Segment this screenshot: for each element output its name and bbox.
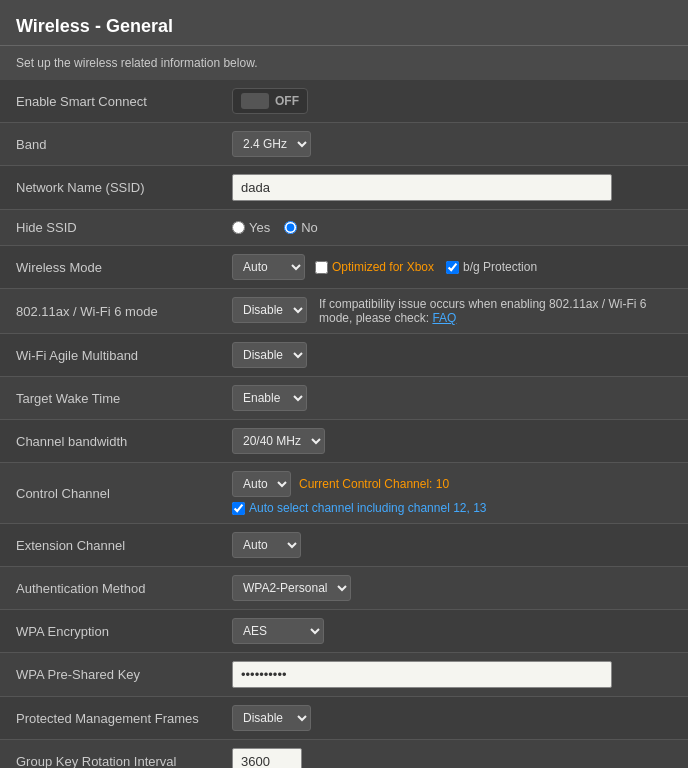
extension-channel-select[interactable]: Auto Above Below (232, 532, 301, 558)
page-title: Wireless - General (0, 0, 688, 46)
group-key-label: Group Key Rotation Interval (0, 740, 220, 769)
auto-select-channel-checkbox[interactable] (232, 502, 245, 515)
optimized-xbox-label: Optimized for Xbox (332, 260, 434, 274)
target-wake-label: Target Wake Time (0, 377, 220, 420)
wireless-mode-label: Wireless Mode (0, 246, 220, 289)
table-row: Extension Channel Auto Above Below (0, 524, 688, 567)
control-channel-label: Control Channel (0, 463, 220, 524)
auto-select-channel-label: Auto select channel including channel 12… (249, 501, 487, 515)
enable-smart-connect-label: Enable Smart Connect (0, 80, 220, 123)
table-row: 802.11ax / Wi-Fi 6 mode Disable Enable I… (0, 289, 688, 334)
group-key-input[interactable] (232, 748, 302, 768)
table-row: Protected Management Frames Disable Enab… (0, 697, 688, 740)
table-row: Control Channel Auto 1 6 11 Current Cont… (0, 463, 688, 524)
extension-channel-control: Auto Above Below (220, 524, 688, 567)
table-row: Authentication Method WPA2-Personal WPA-… (0, 567, 688, 610)
target-wake-control: Enable Disable (220, 377, 688, 420)
wifi6-label: 802.11ax / Wi-Fi 6 mode (0, 289, 220, 334)
settings-table: Enable Smart Connect OFF Band 2.4 GHz 5 … (0, 80, 688, 768)
current-channel-info: Current Control Channel: 10 (299, 477, 449, 491)
optimized-xbox-option[interactable]: Optimized for Xbox (315, 260, 434, 274)
group-key-control (220, 740, 688, 769)
control-channel-row: Auto 1 6 11 Current Control Channel: 10 … (232, 471, 676, 515)
band-select[interactable]: 2.4 GHz 5 GHz 6 GHz (232, 131, 311, 157)
target-wake-select[interactable]: Enable Disable (232, 385, 307, 411)
pmf-select[interactable]: Disable Enable Capable (232, 705, 311, 731)
bg-protection-option[interactable]: b/g Protection (446, 260, 537, 274)
table-row: Enable Smart Connect OFF (0, 80, 688, 123)
auth-method-control: WPA2-Personal WPA-Personal WPA3-Personal… (220, 567, 688, 610)
wpa-encryption-label: WPA Encryption (0, 610, 220, 653)
hide-ssid-radio-group: Yes No (232, 220, 676, 235)
band-label: Band (0, 123, 220, 166)
control-channel-select[interactable]: Auto 1 6 11 (232, 471, 291, 497)
wifi6-select[interactable]: Disable Enable (232, 297, 307, 323)
wireless-mode-row: Auto N Only Legacy Optimized for Xbox b/… (232, 254, 676, 280)
hide-ssid-yes-option[interactable]: Yes (232, 220, 270, 235)
ssid-input[interactable] (232, 174, 612, 201)
bg-protection-checkbox[interactable] (446, 261, 459, 274)
ssid-label: Network Name (SSID) (0, 166, 220, 210)
channel-sub-row: Auto select channel including channel 12… (232, 501, 676, 515)
table-row: Wireless Mode Auto N Only Legacy Optimiz… (0, 246, 688, 289)
band-control: 2.4 GHz 5 GHz 6 GHz (220, 123, 688, 166)
pmf-control: Disable Enable Capable (220, 697, 688, 740)
wpa-key-input[interactable] (232, 661, 612, 688)
wifi-agile-control: Disable Enable (220, 334, 688, 377)
auth-method-label: Authentication Method (0, 567, 220, 610)
channel-bandwidth-control: 20/40 MHz 20 MHz 40 MHz (220, 420, 688, 463)
table-row: WPA Pre-Shared Key (0, 653, 688, 697)
smart-connect-toggle[interactable]: OFF (232, 88, 308, 114)
optimized-xbox-checkbox[interactable] (315, 261, 328, 274)
channel-bandwidth-label: Channel bandwidth (0, 420, 220, 463)
wifi6-info: If compatibility issue occurs when enabl… (319, 297, 669, 325)
hide-ssid-no-label: No (301, 220, 318, 235)
page-container: Wireless - General Set up the wireless r… (0, 0, 688, 768)
control-channel-top: Auto 1 6 11 Current Control Channel: 10 (232, 471, 676, 497)
wifi6-info-text: If compatibility issue occurs when enabl… (319, 297, 647, 325)
channel-bandwidth-select[interactable]: 20/40 MHz 20 MHz 40 MHz (232, 428, 325, 454)
table-row: Hide SSID Yes No (0, 210, 688, 246)
wireless-mode-checkboxes: Optimized for Xbox b/g Protection (315, 260, 537, 274)
wireless-mode-select[interactable]: Auto N Only Legacy (232, 254, 305, 280)
hide-ssid-label: Hide SSID (0, 210, 220, 246)
toggle-off-label: OFF (275, 94, 299, 108)
hide-ssid-no-radio[interactable] (284, 221, 297, 234)
wireless-mode-control: Auto N Only Legacy Optimized for Xbox b/… (220, 246, 688, 289)
table-row: Group Key Rotation Interval (0, 740, 688, 769)
wpa-encryption-select[interactable]: AES TKIP AES+TKIP (232, 618, 324, 644)
wifi6-row: Disable Enable If compatibility issue oc… (232, 297, 676, 325)
faq-link[interactable]: FAQ (432, 311, 456, 325)
ssid-control (220, 166, 688, 210)
control-channel-control: Auto 1 6 11 Current Control Channel: 10 … (220, 463, 688, 524)
hide-ssid-no-option[interactable]: No (284, 220, 318, 235)
hide-ssid-control: Yes No (220, 210, 688, 246)
wifi-agile-label: Wi-Fi Agile Multiband (0, 334, 220, 377)
table-row: Network Name (SSID) (0, 166, 688, 210)
hide-ssid-yes-label: Yes (249, 220, 270, 235)
wifi-agile-select[interactable]: Disable Enable (232, 342, 307, 368)
hide-ssid-yes-radio[interactable] (232, 221, 245, 234)
table-row: Band 2.4 GHz 5 GHz 6 GHz (0, 123, 688, 166)
pmf-label: Protected Management Frames (0, 697, 220, 740)
enable-smart-connect-control: OFF (220, 80, 688, 123)
toggle-knob (241, 93, 269, 109)
auto-select-channel-option[interactable]: Auto select channel including channel 12… (232, 501, 487, 515)
auth-method-select[interactable]: WPA2-Personal WPA-Personal WPA3-Personal… (232, 575, 351, 601)
subtitle: Set up the wireless related information … (0, 46, 688, 80)
bg-protection-label: b/g Protection (463, 260, 537, 274)
wpa-key-label: WPA Pre-Shared Key (0, 653, 220, 697)
wpa-key-control (220, 653, 688, 697)
wifi6-control: Disable Enable If compatibility issue oc… (220, 289, 688, 334)
extension-channel-label: Extension Channel (0, 524, 220, 567)
table-row: Channel bandwidth 20/40 MHz 20 MHz 40 MH… (0, 420, 688, 463)
wpa-encryption-control: AES TKIP AES+TKIP (220, 610, 688, 653)
table-row: Target Wake Time Enable Disable (0, 377, 688, 420)
table-row: Wi-Fi Agile Multiband Disable Enable (0, 334, 688, 377)
table-row: WPA Encryption AES TKIP AES+TKIP (0, 610, 688, 653)
